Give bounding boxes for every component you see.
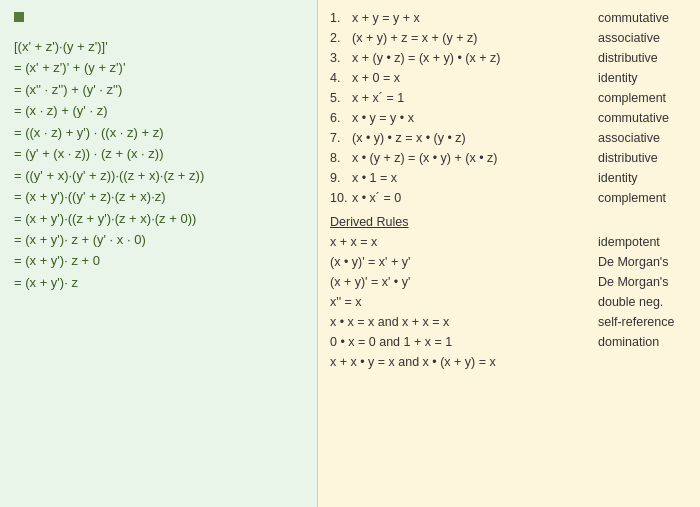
rule-name-5: commutative — [598, 108, 688, 128]
step-1: = (x' + z')' + (y + z')' — [14, 57, 303, 78]
step-0: [(x' + z')·(y + z')]' — [14, 36, 303, 57]
derived-name-2: De Morgan's — [598, 272, 688, 292]
rule-row-8: 9.x • 1 = xidentity — [330, 168, 688, 188]
rule-num-5: 6. — [330, 108, 352, 128]
derived-name-4: self-reference — [598, 312, 688, 332]
derived-expr-4: x • x = x and x + x = x — [330, 312, 598, 332]
step-10: = (x + y')· z + 0 — [14, 250, 303, 271]
rule-name-8: identity — [598, 168, 688, 188]
rule-num-4: 5. — [330, 88, 352, 108]
step-11: = (x + y')· z — [14, 272, 303, 293]
derived-row-1: (x • y)' = x' + y'De Morgan's — [330, 252, 688, 272]
rule-num-1: 2. — [330, 28, 352, 48]
rule-name-9: complement — [598, 188, 688, 208]
rule-expr-6: (x • y) • z = x • (y • z) — [352, 128, 598, 148]
rule-expr-0: x + y = y + x — [352, 8, 598, 28]
step-6: = ((y' + x)·(y' + z))·((z + x)·(z + z)) — [14, 165, 303, 186]
step-2: = (x'' · z'') + (y' · z'') — [14, 79, 303, 100]
derived-row-6: x + x • y = x and x • (x + y) = x — [330, 352, 688, 372]
rule-num-3: 4. — [330, 68, 352, 88]
derived-section: Derived Rulesx + x = xidempotent(x • y)'… — [330, 212, 688, 372]
rule-name-4: complement — [598, 88, 688, 108]
step-8: = (x + y')·((z + y')·(z + x)·(z + 0)) — [14, 208, 303, 229]
derived-row-5: 0 • x = 0 and 1 + x = 1domination — [330, 332, 688, 352]
derived-row-3: x'' = xdouble neg. — [330, 292, 688, 312]
step-9: = (x + y')· z + (y' · x · 0) — [14, 229, 303, 250]
derived-row-4: x • x = x and x + x = xself-reference — [330, 312, 688, 332]
step-3: = (x · z) + (y' · z) — [14, 100, 303, 121]
derived-name-5: domination — [598, 332, 688, 352]
rule-expr-1: (x + y) + z = x + (y + z) — [352, 28, 598, 48]
rules-table: 1.x + y = y + xcommutative2.(x + y) + z … — [330, 8, 688, 372]
steps-container: [(x' + z')·(y + z')]'= (x' + z')' + (y +… — [14, 36, 303, 293]
rule-row-4: 5.x + x´ = 1complement — [330, 88, 688, 108]
left-panel: [(x' + z')·(y + z')]'= (x' + z')' + (y +… — [0, 0, 318, 507]
rule-expr-4: x + x´ = 1 — [352, 88, 598, 108]
derived-expr-0: x + x = x — [330, 232, 598, 252]
title-square-icon — [14, 12, 24, 22]
rule-num-8: 9. — [330, 168, 352, 188]
rule-num-0: 1. — [330, 8, 352, 28]
rule-name-6: associative — [598, 128, 688, 148]
rule-expr-8: x • 1 = x — [352, 168, 598, 188]
right-panel: 1.x + y = y + xcommutative2.(x + y) + z … — [318, 0, 700, 507]
rule-num-7: 8. — [330, 148, 352, 168]
derived-expr-5: 0 • x = 0 and 1 + x = 1 — [330, 332, 598, 352]
rule-row-5: 6.x • y = y • xcommutative — [330, 108, 688, 128]
derived-name-0: idempotent — [598, 232, 688, 252]
rule-expr-2: x + (y • z) = (x + y) • (x + z) — [352, 48, 598, 68]
rule-name-7: distributive — [598, 148, 688, 168]
derived-name-3: double neg. — [598, 292, 688, 312]
rule-name-3: identity — [598, 68, 688, 88]
rule-row-9: 10.x • x´ = 0complement — [330, 188, 688, 208]
rule-num-2: 3. — [330, 48, 352, 68]
derived-expr-1: (x • y)' = x' + y' — [330, 252, 598, 272]
derived-name-1: De Morgan's — [598, 252, 688, 272]
rule-row-3: 4.x + 0 = xidentity — [330, 68, 688, 88]
rule-expr-9: x • x´ = 0 — [352, 188, 598, 208]
derived-expr-6: x + x • y = x and x • (x + y) = x — [330, 352, 598, 372]
rule-name-1: associative — [598, 28, 688, 48]
rule-row-1: 2.(x + y) + z = x + (y + z)associative — [330, 28, 688, 48]
rule-name-2: distributive — [598, 48, 688, 68]
rule-row-7: 8.x • (y + z) = (x • y) + (x • z)distrib… — [330, 148, 688, 168]
derived-row-0: x + x = xidempotent — [330, 232, 688, 252]
step-5: = (y' + (x · z)) · (z + (x · z)) — [14, 143, 303, 164]
problem-content: [(x' + z')·(y + z')]'= (x' + z')' + (y +… — [14, 36, 303, 293]
rule-expr-3: x + 0 = x — [352, 68, 598, 88]
numbered-rules: 1.x + y = y + xcommutative2.(x + y) + z … — [330, 8, 688, 208]
derived-expr-2: (x + y)' = x' • y' — [330, 272, 598, 292]
rule-name-0: commutative — [598, 8, 688, 28]
derived-header: Derived Rules — [330, 212, 688, 232]
rule-row-0: 1.x + y = y + xcommutative — [330, 8, 688, 28]
rule-num-6: 7. — [330, 128, 352, 148]
rule-row-2: 3.x + (y • z) = (x + y) • (x + z)distrib… — [330, 48, 688, 68]
title-row — [14, 12, 303, 22]
derived-expr-3: x'' = x — [330, 292, 598, 312]
step-4: = ((x · z) + y') · ((x · z) + z) — [14, 122, 303, 143]
rule-expr-7: x • (y + z) = (x • y) + (x • z) — [352, 148, 598, 168]
rule-num-9: 10. — [330, 188, 352, 208]
rule-row-6: 7.(x • y) • z = x • (y • z)associative — [330, 128, 688, 148]
derived-row-2: (x + y)' = x' • y'De Morgan's — [330, 272, 688, 292]
step-7: = (x + y')·((y' + z)·(z + x)·z) — [14, 186, 303, 207]
rule-expr-5: x • y = y • x — [352, 108, 598, 128]
